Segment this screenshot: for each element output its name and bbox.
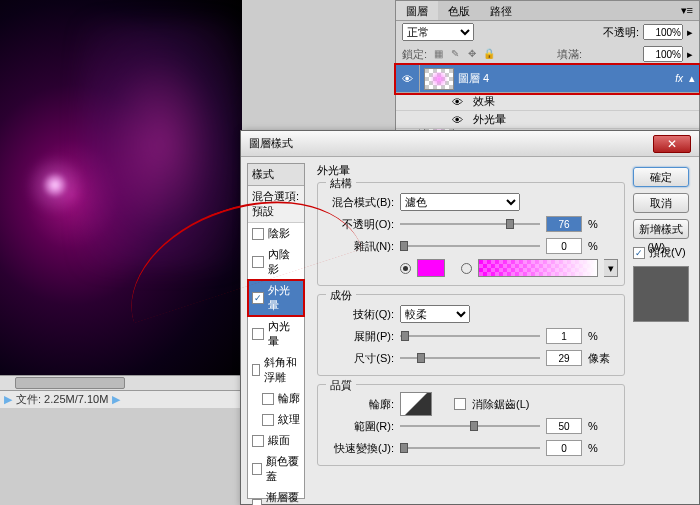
size-value[interactable]: 29 bbox=[546, 350, 582, 366]
gradient-picker[interactable] bbox=[478, 259, 598, 277]
preview-checkbox[interactable] bbox=[633, 247, 645, 259]
opacity-value[interactable]: 76 bbox=[546, 216, 582, 232]
style-item-8[interactable]: 顏色覆蓋 bbox=[248, 451, 304, 487]
antialias-checkbox[interactable] bbox=[454, 398, 466, 410]
fill-label: 填滿: bbox=[557, 47, 582, 62]
section-title: 外光暈 bbox=[317, 164, 350, 176]
style-item-3[interactable]: 內光暈 bbox=[248, 316, 304, 352]
close-button[interactable]: ✕ bbox=[653, 135, 691, 153]
pct-unit: % bbox=[588, 218, 618, 230]
style-label: 內光暈 bbox=[268, 319, 300, 349]
jitter-value[interactable]: 0 bbox=[546, 440, 582, 456]
contour-picker[interactable] bbox=[400, 392, 432, 416]
opacity-input[interactable] bbox=[643, 24, 683, 40]
lock-paint-icon[interactable]: ✎ bbox=[448, 48, 462, 62]
visibility-eye-icon[interactable]: 👁 bbox=[452, 96, 463, 108]
opacity-label: 不透明(O): bbox=[324, 217, 394, 232]
range-slider[interactable] bbox=[400, 419, 540, 433]
panel-tabs: 圖層 色版 路徑 ▾≡ bbox=[396, 1, 699, 21]
spread-label: 展開(P): bbox=[324, 329, 394, 344]
size-slider[interactable] bbox=[400, 351, 540, 365]
gradient-dropdown-icon[interactable]: ▾ bbox=[604, 259, 618, 277]
technique-select[interactable]: 較柔 bbox=[400, 305, 470, 323]
scrollbar-thumb[interactable] bbox=[15, 377, 125, 389]
layer-item-selected[interactable]: 👁 圖層 4 fx ▴ bbox=[396, 65, 699, 93]
lock-position-icon[interactable]: ✥ bbox=[465, 48, 479, 62]
style-checkbox[interactable] bbox=[252, 328, 264, 340]
settings-column: 外光暈 結構 混合模式(B): 濾色 不透明(O): 76 % 雜訊(N): 0 bbox=[309, 157, 633, 505]
style-checkbox[interactable] bbox=[252, 463, 262, 475]
effects-label: 效果 bbox=[473, 94, 495, 109]
blend-mode-label: 混合模式(B): bbox=[324, 195, 394, 210]
style-checkbox[interactable] bbox=[252, 292, 264, 304]
cancel-button[interactable]: 取消 bbox=[633, 193, 689, 213]
ok-button[interactable]: 確定 bbox=[633, 167, 689, 187]
tab-paths[interactable]: 路徑 bbox=[480, 1, 522, 20]
blend-mode-select[interactable]: 濾色 bbox=[400, 193, 520, 211]
noise-slider[interactable] bbox=[400, 239, 540, 253]
horizontal-scrollbar[interactable] bbox=[0, 375, 242, 390]
fx-collapse-icon[interactable]: ▴ bbox=[689, 72, 695, 85]
glow-color-swatch[interactable] bbox=[417, 259, 445, 277]
lock-transparency-icon[interactable]: ▦ bbox=[431, 48, 445, 62]
style-item-7[interactable]: 緞面 bbox=[248, 430, 304, 451]
pct-unit: % bbox=[588, 240, 618, 252]
dialog-titlebar[interactable]: 圖層樣式 ✕ bbox=[241, 131, 699, 157]
style-checkbox[interactable] bbox=[252, 499, 262, 505]
style-item-4[interactable]: 斜角和浮雕 bbox=[248, 352, 304, 388]
tab-channels[interactable]: 色版 bbox=[438, 1, 480, 20]
blend-row: 正常 不透明: ▸ bbox=[396, 21, 699, 43]
dialog-title: 圖層樣式 bbox=[249, 136, 293, 151]
style-checkbox[interactable] bbox=[262, 414, 274, 426]
new-style-button[interactable]: 新增樣式(W)... bbox=[633, 219, 689, 239]
document-canvas[interactable] bbox=[0, 0, 242, 390]
size-label: 尺寸(S): bbox=[324, 351, 394, 366]
style-checkbox[interactable] bbox=[252, 364, 260, 376]
style-item-0[interactable]: 陰影 bbox=[248, 223, 304, 244]
opacity-label: 不透明: bbox=[603, 25, 639, 40]
style-label: 外光暈 bbox=[268, 283, 300, 313]
fill-input[interactable] bbox=[643, 46, 683, 62]
effects-sublayer[interactable]: 👁 效果 bbox=[396, 93, 699, 111]
status-bar: ▶ 文件: 2.25M/7.10M ▶ bbox=[0, 390, 242, 408]
fill-dropdown-icon[interactable]: ▸ bbox=[687, 48, 693, 61]
blend-mode-select[interactable]: 正常 bbox=[402, 23, 474, 41]
panel-menu-icon[interactable]: ▾≡ bbox=[675, 1, 699, 20]
fx-badge[interactable]: fx bbox=[675, 73, 683, 84]
jitter-slider[interactable] bbox=[400, 441, 540, 455]
visibility-eye-icon[interactable]: 👁 bbox=[396, 65, 420, 93]
outerglow-sublayer[interactable]: 👁 外光暈 bbox=[396, 111, 699, 129]
layer-thumbnail[interactable] bbox=[424, 68, 454, 90]
color-radio[interactable] bbox=[400, 263, 411, 274]
group-elements: 成份 技術(Q): 較柔 展開(P): 1 % 尺寸(S): 29 像素 bbox=[317, 294, 625, 376]
spread-slider[interactable] bbox=[400, 329, 540, 343]
style-item-9[interactable]: 漸層覆蓋 bbox=[248, 487, 304, 505]
style-checkbox[interactable] bbox=[252, 256, 264, 268]
blending-options-item[interactable]: 混合選項: 預設 bbox=[248, 186, 304, 223]
statusbar-arrow-icon: ▶ bbox=[4, 393, 12, 406]
range-value[interactable]: 50 bbox=[546, 418, 582, 434]
noise-value[interactable]: 0 bbox=[546, 238, 582, 254]
layer-name: 圖層 4 bbox=[458, 71, 489, 86]
style-item-2[interactable]: 外光暈 bbox=[248, 280, 304, 316]
style-checkbox[interactable] bbox=[252, 435, 264, 447]
visibility-eye-icon[interactable]: 👁 bbox=[452, 114, 463, 126]
gradient-radio[interactable] bbox=[461, 263, 472, 274]
style-item-5[interactable]: 輪廓 bbox=[248, 388, 304, 409]
spread-value[interactable]: 1 bbox=[546, 328, 582, 344]
style-label: 陰影 bbox=[268, 226, 290, 241]
opacity-dropdown-icon[interactable]: ▸ bbox=[687, 26, 693, 39]
style-item-6[interactable]: 紋理 bbox=[248, 409, 304, 430]
styles-header[interactable]: 樣式 bbox=[248, 164, 304, 186]
lock-all-icon[interactable]: 🔒 bbox=[482, 48, 496, 62]
antialias-label: 消除鋸齒(L) bbox=[472, 397, 529, 412]
pct-unit: % bbox=[588, 442, 618, 454]
preview-swatch bbox=[633, 266, 689, 322]
px-unit: 像素 bbox=[588, 351, 618, 366]
style-checkbox[interactable] bbox=[252, 228, 264, 240]
opacity-slider[interactable] bbox=[400, 217, 540, 231]
tab-layers[interactable]: 圖層 bbox=[396, 1, 438, 20]
style-item-1[interactable]: 內陰影 bbox=[248, 244, 304, 280]
style-checkbox[interactable] bbox=[262, 393, 274, 405]
statusbar-dropdown-icon[interactable]: ▶ bbox=[112, 393, 120, 406]
